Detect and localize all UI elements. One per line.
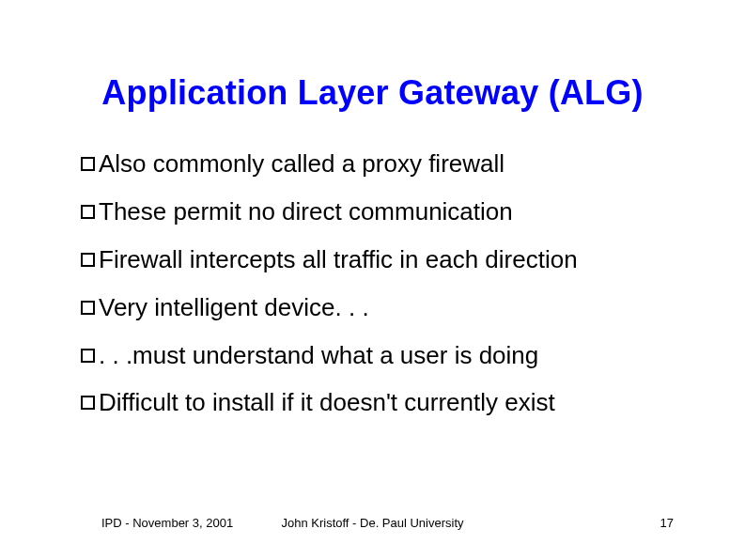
slide-footer: IPD - November 3, 2001 John Kristoff - D… [0, 511, 745, 530]
slide-title: Application Layer Gateway (ALG) [0, 73, 745, 113]
bullet-text: Firewall intercepts all traffic in each … [99, 246, 689, 274]
bullet-item: Also commonly called a proxy firewall [81, 150, 689, 179]
bullet-marker-icon [81, 205, 95, 219]
bullet-item: . . .must understand what a user is doin… [81, 342, 689, 370]
bullet-item: Very intelligent device. . . [81, 294, 689, 322]
bullet-item: Firewall intercepts all traffic in each … [81, 246, 689, 274]
bullet-item: Difficult to install if it doesn't curre… [81, 389, 689, 417]
slide-body: Also commonly called a proxy firewall Th… [81, 150, 689, 437]
bullet-text: Also commonly called a proxy firewall [99, 150, 689, 179]
bullet-text: Very intelligent device. . . [99, 294, 689, 322]
bullet-text: . . .must understand what a user is doin… [99, 342, 689, 370]
bullet-marker-icon [81, 253, 95, 267]
footer-author: John Kristoff - De. Paul University [0, 516, 745, 530]
bullet-text: These permit no direct communication [99, 198, 689, 226]
bullet-marker-icon [81, 396, 95, 410]
bullet-marker-icon [81, 349, 95, 363]
bullet-marker-icon [81, 157, 95, 171]
slide: Application Layer Gateway (ALG) Also com… [0, 0, 745, 560]
bullet-text: Difficult to install if it doesn't curre… [99, 389, 689, 417]
bullet-marker-icon [81, 301, 95, 315]
footer-page-number: 17 [660, 516, 674, 530]
bullet-item: These permit no direct communication [81, 198, 689, 226]
